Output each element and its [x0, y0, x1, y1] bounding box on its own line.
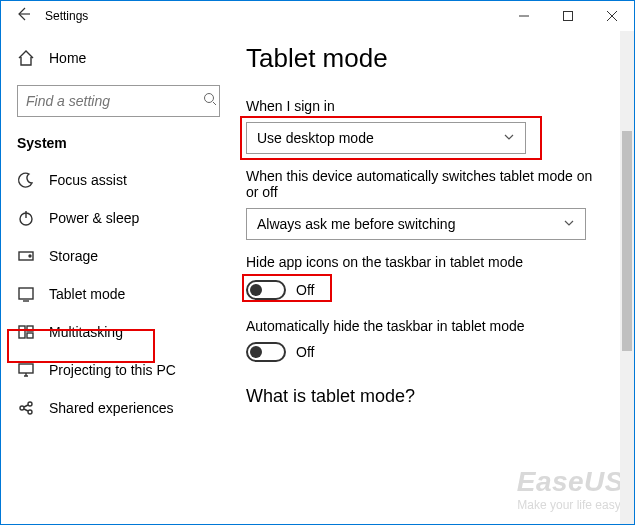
nav-multitasking[interactable]: Multitasking — [1, 313, 236, 351]
svg-rect-6 — [19, 326, 25, 338]
nav-shared-experiences[interactable]: Shared experiences — [1, 389, 236, 427]
minimize-button[interactable] — [502, 1, 546, 31]
svg-rect-0 — [564, 12, 573, 21]
chevron-down-icon — [563, 216, 575, 232]
search-icon — [203, 92, 217, 110]
nav-tablet-mode[interactable]: Tablet mode — [1, 275, 236, 313]
svg-point-4 — [29, 255, 31, 257]
hideicons-label: Hide app icons on the taskbar in tablet … — [246, 254, 630, 270]
nav-projecting[interactable]: Projecting to this PC — [1, 351, 236, 389]
close-button[interactable] — [590, 1, 634, 31]
signin-dropdown[interactable]: Use desktop mode — [246, 122, 526, 154]
projecting-icon — [17, 361, 35, 379]
nav-power-sleep[interactable]: Power & sleep — [1, 199, 236, 237]
svg-rect-8 — [27, 333, 33, 338]
hideicons-state: Off — [296, 282, 314, 298]
nav-label: Multitasking — [49, 324, 123, 340]
scrollbar-thumb[interactable] — [622, 131, 632, 351]
content-pane: Tablet mode When I sign in Use desktop m… — [236, 31, 634, 524]
signin-label: When I sign in — [246, 98, 630, 114]
chevron-down-icon — [503, 130, 515, 146]
scrollbar[interactable] — [620, 31, 634, 524]
search-box[interactable] — [17, 85, 220, 117]
sidebar-group-header: System — [1, 129, 236, 161]
home-icon — [17, 49, 35, 67]
svg-point-10 — [20, 406, 24, 410]
nav-label: Power & sleep — [49, 210, 139, 226]
autoswitch-value: Always ask me before switching — [257, 216, 455, 232]
page-heading: Tablet mode — [246, 43, 630, 74]
storage-icon — [17, 247, 35, 265]
autohide-toggle[interactable] — [246, 342, 286, 362]
title-bar: Settings — [1, 1, 634, 31]
nav-home-label: Home — [49, 50, 86, 66]
settings-window: Settings Home System Focus assist — [0, 0, 635, 525]
watermark-brand: EaseUS — [517, 466, 624, 498]
autoswitch-label: When this device automatically switches … — [246, 168, 606, 200]
sidebar: Home System Focus assist Power & sleep S… — [1, 31, 236, 524]
svg-rect-9 — [19, 364, 33, 373]
autoswitch-dropdown[interactable]: Always ask me before switching — [246, 208, 586, 240]
nav-label: Projecting to this PC — [49, 362, 176, 378]
tablet-icon — [17, 285, 35, 303]
hideicons-toggle[interactable] — [246, 280, 286, 300]
nav-label: Focus assist — [49, 172, 127, 188]
svg-rect-5 — [19, 288, 33, 299]
svg-point-11 — [28, 402, 32, 406]
nav-storage[interactable]: Storage — [1, 237, 236, 275]
search-input[interactable] — [26, 93, 203, 109]
svg-rect-7 — [27, 326, 33, 331]
what-is-heading: What is tablet mode? — [246, 386, 630, 407]
signin-value: Use desktop mode — [257, 130, 374, 146]
nav-label: Shared experiences — [49, 400, 174, 416]
autohide-label: Automatically hide the taskbar in tablet… — [246, 318, 630, 334]
nav-label: Tablet mode — [49, 286, 125, 302]
svg-point-1 — [205, 94, 214, 103]
nav-focus-assist[interactable]: Focus assist — [1, 161, 236, 199]
back-button[interactable] — [1, 6, 45, 26]
watermark: EaseUS Make your life easy! — [517, 466, 624, 512]
multitasking-icon — [17, 323, 35, 341]
watermark-tagline: Make your life easy! — [517, 498, 624, 512]
window-title: Settings — [45, 9, 88, 23]
moon-icon — [17, 171, 35, 189]
power-icon — [17, 209, 35, 227]
window-body: Home System Focus assist Power & sleep S… — [1, 31, 634, 524]
nav-label: Storage — [49, 248, 98, 264]
share-icon — [17, 399, 35, 417]
nav-home[interactable]: Home — [1, 39, 236, 77]
svg-point-12 — [28, 410, 32, 414]
maximize-button[interactable] — [546, 1, 590, 31]
autohide-state: Off — [296, 344, 314, 360]
